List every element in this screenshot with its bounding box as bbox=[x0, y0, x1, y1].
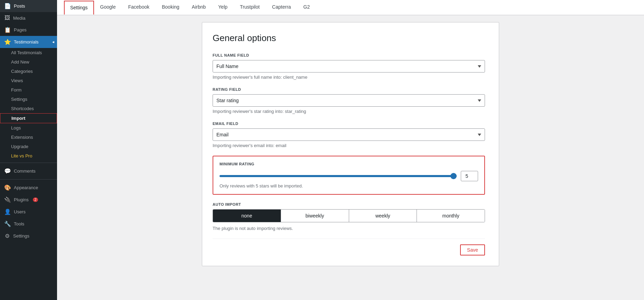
sidebar-item-appearance[interactable]: 🎨 Appearance bbox=[0, 182, 57, 194]
tab-capterra[interactable]: Capterra bbox=[266, 0, 297, 15]
comments-icon: 💬 bbox=[4, 168, 11, 174]
tab-g2[interactable]: G2 bbox=[297, 0, 316, 15]
sidebar-item-extensions[interactable]: Extensions bbox=[0, 133, 57, 142]
sidebar-item-users[interactable]: 👤 Users bbox=[0, 206, 57, 218]
plugins-icon: 🔌 bbox=[4, 196, 11, 203]
media-icon: 🖼 bbox=[4, 15, 10, 21]
tab-booking[interactable]: Booking bbox=[156, 0, 186, 15]
settings-main-icon: ⚙ bbox=[4, 233, 10, 239]
rating-field-group: RATING FIELD Star rating Numeric rating … bbox=[213, 87, 485, 114]
auto-import-weekly[interactable]: weekly bbox=[349, 210, 417, 222]
testimonials-icon: ⭐ bbox=[4, 39, 11, 45]
sidebar-item-media[interactable]: 🖼 Media bbox=[0, 12, 57, 24]
tab-settings[interactable]: Settings bbox=[64, 1, 94, 14]
email-select[interactable]: Email None bbox=[213, 128, 485, 141]
auto-import-field-group: AUTO IMPORT none biweekly weekly monthly… bbox=[213, 202, 485, 231]
sidebar-item-tools[interactable]: 🔧 Tools bbox=[0, 218, 57, 230]
sidebar-item-all-testimonials[interactable]: All Testimonials bbox=[0, 48, 57, 57]
tab-facebook[interactable]: Facebook bbox=[122, 0, 156, 15]
main-area: Settings Google Facebook Booking Airbnb … bbox=[57, 0, 644, 300]
rating-select[interactable]: Star rating Numeric rating bbox=[213, 94, 485, 107]
sidebar-item-shortcodes[interactable]: Shortcodes bbox=[0, 104, 57, 113]
users-icon: 👤 bbox=[4, 209, 11, 215]
min-rating-hint: Only reviews with 5 stars will be import… bbox=[220, 183, 478, 188]
sidebar-item-comments[interactable]: 💬 Comments bbox=[0, 165, 57, 177]
auto-import-toggle-group: none biweekly weekly monthly bbox=[213, 209, 485, 222]
sidebar-item-logs[interactable]: Logs bbox=[0, 123, 57, 133]
sidebar-item-testimonials[interactable]: ⭐ Testimonials bbox=[0, 36, 57, 48]
rating-hint: Importing reviewer's star rating into: s… bbox=[213, 109, 485, 114]
save-row: Save bbox=[213, 239, 485, 255]
save-button[interactable]: Save bbox=[460, 244, 485, 255]
sidebar-item-posts[interactable]: 📄 Posts bbox=[0, 0, 57, 12]
page-content: General options FULL NAME FIELD Full Nam… bbox=[57, 15, 644, 300]
sidebar-item-categories[interactable]: Categories bbox=[0, 67, 57, 76]
auto-import-label: AUTO IMPORT bbox=[213, 202, 485, 206]
full-name-label: FULL NAME FIELD bbox=[213, 53, 485, 57]
sidebar-item-settings-main[interactable]: ⚙ Settings bbox=[0, 230, 57, 242]
minimum-rating-box: MINIMUM RATING Only reviews with 5 stars… bbox=[213, 156, 485, 195]
sidebar-item-add-new[interactable]: Add New bbox=[0, 57, 57, 67]
auto-import-monthly[interactable]: monthly bbox=[417, 210, 485, 222]
auto-import-hint: The plugin is not auto importing reviews… bbox=[213, 226, 485, 231]
sidebar-item-lite-vs-pro[interactable]: Lite vs Pro bbox=[0, 151, 57, 161]
tab-yelp[interactable]: Yelp bbox=[212, 0, 234, 15]
sidebar-divider-2 bbox=[0, 179, 57, 180]
posts-icon: 📄 bbox=[4, 3, 11, 9]
minimum-rating-number[interactable] bbox=[461, 171, 478, 181]
full-name-select[interactable]: Full Name Display Name Username bbox=[213, 60, 485, 72]
slider-row bbox=[220, 171, 478, 181]
sidebar-item-form[interactable]: Form bbox=[0, 85, 57, 95]
page-title: General options bbox=[213, 33, 485, 43]
rating-label: RATING FIELD bbox=[213, 87, 485, 91]
minimum-rating-slider[interactable] bbox=[220, 175, 457, 177]
tab-trustpilot[interactable]: Trustpilot bbox=[234, 0, 266, 15]
full-name-field-group: FULL NAME FIELD Full Name Display Name U… bbox=[213, 53, 485, 80]
sidebar: 📄 Posts 🖼 Media 📋 Pages ⭐ Testimonials A… bbox=[0, 0, 57, 300]
tab-airbnb[interactable]: Airbnb bbox=[186, 0, 212, 15]
general-options-card: General options FULL NAME FIELD Full Nam… bbox=[202, 22, 499, 266]
sidebar-item-settings[interactable]: Settings bbox=[0, 95, 57, 104]
email-hint: Importing reviewer's email into: email bbox=[213, 143, 485, 148]
auto-import-biweekly[interactable]: biweekly bbox=[281, 210, 349, 222]
plugins-badge: 2 bbox=[33, 197, 38, 202]
email-label: EMAIL FIELD bbox=[213, 122, 485, 126]
tab-google[interactable]: Google bbox=[94, 0, 122, 15]
tab-navigation: Settings Google Facebook Booking Airbnb … bbox=[57, 0, 644, 15]
sidebar-item-pages[interactable]: 📋 Pages bbox=[0, 24, 57, 36]
full-name-hint: Importing reviewer's full name into: cli… bbox=[213, 75, 485, 80]
tools-icon: 🔧 bbox=[4, 221, 11, 227]
appearance-icon: 🎨 bbox=[4, 184, 11, 191]
sidebar-divider-1 bbox=[0, 163, 57, 163]
sidebar-item-plugins[interactable]: 🔌 Plugins 2 bbox=[0, 194, 57, 206]
pages-icon: 📋 bbox=[4, 27, 11, 33]
email-field-group: EMAIL FIELD Email None Importing reviewe… bbox=[213, 122, 485, 148]
sidebar-item-import[interactable]: Import bbox=[0, 113, 57, 123]
testimonials-submenu: All Testimonials Add New Categories View… bbox=[0, 48, 57, 161]
sidebar-item-upgrade[interactable]: Upgrade bbox=[0, 142, 57, 151]
auto-import-none[interactable]: none bbox=[213, 210, 281, 222]
sidebar-item-views[interactable]: Views bbox=[0, 76, 57, 85]
min-rating-label: MINIMUM RATING bbox=[220, 162, 478, 166]
